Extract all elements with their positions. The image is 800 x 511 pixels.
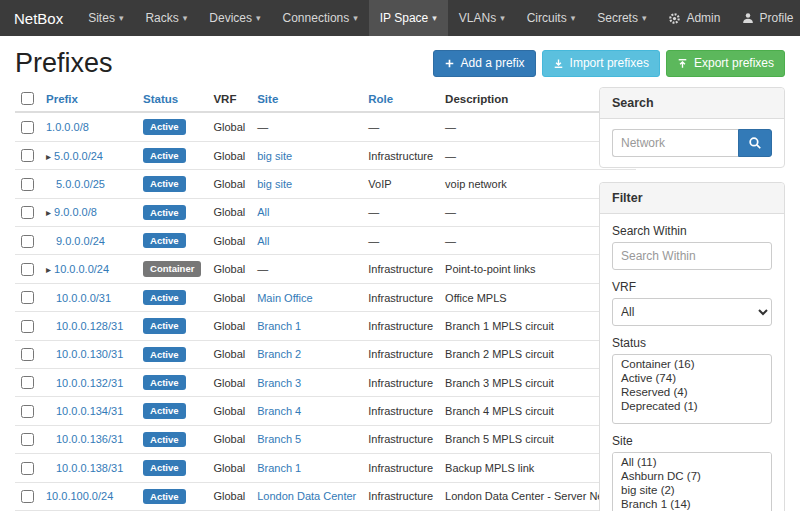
prefix-link[interactable]: 10.0.0.136/31 — [56, 433, 123, 445]
user-icon — [742, 12, 754, 24]
row-checkbox[interactable] — [21, 490, 34, 503]
vrf-label: VRF — [612, 280, 772, 294]
option[interactable]: Branch 1 (14) — [613, 497, 771, 511]
row-checkbox[interactable] — [21, 320, 34, 333]
site-link[interactable]: Branch 1 — [257, 320, 301, 332]
option[interactable]: big site (2) — [613, 483, 771, 497]
site-link[interactable]: Branch 5 — [257, 433, 301, 445]
nav-item-racks[interactable]: Racks▾ — [134, 0, 198, 36]
row-checkbox[interactable] — [21, 121, 34, 134]
table-row: 10.0.0.136/31ActiveGlobalBranch 5Infrast… — [15, 425, 636, 453]
row-checkbox[interactable] — [21, 348, 34, 361]
site-link[interactable]: All — [257, 235, 269, 247]
nav-item-label: VLANs — [459, 11, 496, 25]
row-checkbox[interactable] — [21, 149, 34, 162]
row-checkbox[interactable] — [21, 178, 34, 191]
search-input[interactable] — [612, 129, 738, 157]
chevron-down-icon: ▾ — [256, 13, 261, 23]
add-prefix-button[interactable]: Add a prefix — [433, 50, 536, 76]
nav-item-connections[interactable]: Connections▾ — [272, 0, 369, 36]
search-panel-title: Search — [600, 88, 784, 119]
status-badge: Active — [143, 290, 186, 305]
site-link[interactable]: Branch 4 — [257, 405, 301, 417]
row-checkbox[interactable] — [21, 405, 34, 418]
prefix-link[interactable]: 10.0.0.0/24 — [54, 263, 109, 275]
nav-item-admin[interactable]: Admin — [657, 0, 731, 36]
vrf-value: Global — [213, 292, 245, 304]
page-title: Prefixes — [15, 48, 113, 79]
prefix-link[interactable]: 10.0.0.0/31 — [56, 292, 111, 304]
column-header-site[interactable]: Site — [251, 87, 362, 112]
row-checkbox[interactable] — [21, 462, 34, 475]
nav-item-label: IP Space — [380, 11, 428, 25]
prefix-link[interactable]: 10.0.0.134/31 — [56, 405, 123, 417]
search-button[interactable] — [738, 129, 772, 157]
select-all-checkbox[interactable] — [21, 92, 34, 105]
vrf-value: Global — [213, 206, 245, 218]
row-checkbox[interactable] — [21, 291, 34, 304]
row-checkbox[interactable] — [21, 263, 34, 276]
prefix-link[interactable]: 10.0.0.138/31 — [56, 462, 123, 474]
role-value: Infrastructure — [368, 462, 433, 474]
option[interactable]: Container (16) — [613, 357, 771, 371]
nav-item-devices[interactable]: Devices▾ — [198, 0, 271, 36]
site-link[interactable]: Branch 1 — [257, 462, 301, 474]
brand[interactable]: NetBox — [0, 0, 77, 36]
vrf-select[interactable]: All — [612, 298, 772, 326]
row-checkbox[interactable] — [21, 235, 34, 248]
site-link[interactable]: big site — [257, 150, 292, 162]
row-checkbox[interactable] — [21, 206, 34, 219]
option[interactable]: Reserved (4) — [613, 385, 771, 399]
import-icon — [553, 58, 564, 69]
prefix-link[interactable]: 1.0.0.0/8 — [46, 121, 89, 133]
prefix-link[interactable]: 10.0.0.128/31 — [56, 320, 123, 332]
status-badge: Active — [143, 148, 186, 163]
site-link[interactable]: Branch 2 — [257, 348, 301, 360]
table-row: 10.0.0.128/31ActiveGlobalBranch 1Infrast… — [15, 312, 636, 340]
option[interactable]: Deprecated (1) — [613, 399, 771, 413]
prefix-link[interactable]: 10.0.0.132/31 — [56, 377, 123, 389]
column-header-status[interactable]: Status — [137, 87, 207, 112]
site-link[interactable]: Branch 3 — [257, 377, 301, 389]
vrf-value: Global — [213, 121, 245, 133]
nav-item-circuits[interactable]: Circuits▾ — [516, 0, 587, 36]
nav-item-vlans[interactable]: VLANs▾ — [448, 0, 516, 36]
prefix-link[interactable]: 10.0.0.130/31 — [56, 348, 123, 360]
nav-item-ip-space[interactable]: IP Space▾ — [369, 0, 448, 36]
vrf-value: Global — [213, 178, 245, 190]
description-value: Branch 2 MPLS circuit — [445, 348, 554, 360]
status-listbox[interactable]: Container (16)Active (74)Reserved (4)Dep… — [612, 354, 772, 424]
prefix-link[interactable]: 10.0.100.0/24 — [46, 490, 113, 502]
export-prefixes-button[interactable]: Export prefixes — [666, 50, 785, 76]
table-row: 1.0.0.0/8ActiveGlobal——— — [15, 112, 636, 141]
site-link[interactable]: Main Office — [257, 292, 312, 304]
description-value: Office MPLS — [445, 292, 507, 304]
filter-panel-title: Filter — [600, 183, 784, 214]
column-header-prefix[interactable]: Prefix — [40, 87, 137, 112]
prefix-link[interactable]: 5.0.0.0/25 — [56, 178, 105, 190]
role-value: Infrastructure — [368, 433, 433, 445]
option[interactable]: Ashburn DC (7) — [613, 469, 771, 483]
prefix-link[interactable]: 5.0.0.0/24 — [54, 150, 103, 162]
site-link[interactable]: big site — [257, 178, 292, 190]
status-badge: Active — [143, 176, 186, 191]
option[interactable]: All (11) — [613, 455, 771, 469]
search-within-input[interactable] — [612, 242, 772, 270]
option[interactable]: Active (74) — [613, 371, 771, 385]
prefix-link[interactable]: 9.0.0.0/8 — [54, 206, 97, 218]
role-value: Infrastructure — [368, 377, 433, 389]
row-checkbox[interactable] — [21, 433, 34, 446]
row-checkbox[interactable] — [21, 376, 34, 389]
site-link[interactable]: London Data Center — [257, 490, 356, 502]
import-prefixes-button[interactable]: Import prefixes — [542, 50, 660, 76]
site-link[interactable]: All — [257, 206, 269, 218]
role-value: Infrastructure — [368, 263, 433, 275]
nav-item-profile[interactable]: Profile — [731, 0, 800, 36]
prefix-link[interactable]: 9.0.0.0/24 — [56, 235, 105, 247]
description-value: — — [445, 235, 456, 247]
vrf-value: Global — [213, 150, 245, 162]
nav-item-sites[interactable]: Sites▾ — [77, 0, 134, 36]
column-header-role[interactable]: Role — [362, 87, 439, 112]
site-listbox[interactable]: All (11)Ashburn DC (7)big site (2)Branch… — [612, 452, 772, 511]
nav-item-secrets[interactable]: Secrets▾ — [586, 0, 657, 36]
